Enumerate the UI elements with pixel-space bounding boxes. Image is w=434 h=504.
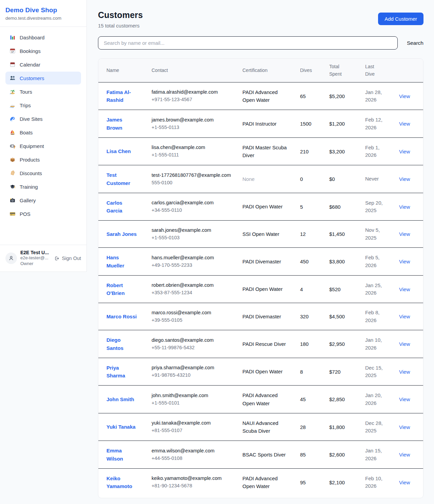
view-customer-link[interactable]: View <box>399 314 410 319</box>
view-customer-link[interactable]: View <box>399 396 410 402</box>
view-customer-link[interactable]: View <box>399 121 410 127</box>
wave-icon <box>9 116 16 122</box>
customer-last-dive: Jan 28, 2026 <box>361 82 395 110</box>
customer-phone: +1-555-0103 <box>152 234 234 242</box>
customer-certification: PADI Divemaster <box>242 313 281 320</box>
bar-chart-icon <box>9 34 16 40</box>
sidebar-item-trips[interactable]: Trips <box>5 99 81 112</box>
search-input[interactable] <box>98 36 398 50</box>
sidebar-item-label: Bookings <box>20 48 41 54</box>
view-customer-link[interactable]: View <box>399 424 410 430</box>
customer-certification: None <box>242 175 255 183</box>
customer-phone: +353-87-555-1234 <box>152 289 234 297</box>
view-customer-link[interactable]: View <box>399 176 410 182</box>
dive-mask-icon <box>9 143 16 149</box>
view-customer-link[interactable]: View <box>399 341 410 347</box>
user-section: E2E Test U... e2e-tester@... Owner Sign … <box>0 245 86 272</box>
speedboat-icon <box>9 102 16 108</box>
avatar <box>5 253 17 264</box>
customer-name-link[interactable]: Lisa Chen <box>106 147 131 155</box>
view-customer-link[interactable]: View <box>399 452 410 458</box>
sidebar-item-customers[interactable]: Customers <box>5 72 81 85</box>
customer-name-link[interactable]: Emma Wilson <box>106 447 137 463</box>
sidebar-item-label: Discounts <box>20 170 42 176</box>
table-row: Diego Santos diego.santos@example.com +5… <box>98 330 423 358</box>
customer-dives: 180 <box>296 330 325 358</box>
add-customer-button[interactable]: Add Customer <box>378 13 423 25</box>
customer-name-link[interactable]: Yuki Tanaka <box>106 423 136 431</box>
view-customer-link[interactable]: View <box>399 286 410 292</box>
customer-dives: 0 <box>296 165 325 193</box>
customers-table: NameContactCertificationDivesTotal Spent… <box>98 59 423 496</box>
sidebar-item-products[interactable]: Products <box>5 153 81 166</box>
sign-out-button[interactable]: Sign Out <box>54 256 81 261</box>
sidebar-header: Demo Dive Shop demo.test.divestreams.com <box>0 0 86 27</box>
people-icon <box>9 75 16 81</box>
sidebar-item-dashboard[interactable]: Dashboard <box>5 31 81 44</box>
view-customer-link[interactable]: View <box>399 204 410 210</box>
shop-name: Demo Dive Shop <box>5 6 81 14</box>
customer-certification: PADI Advanced Open Water <box>242 391 288 407</box>
view-customer-link[interactable]: View <box>399 93 410 99</box>
customer-certification: PADI Instructor <box>242 120 277 128</box>
sidebar-item-boats[interactable]: Boats <box>5 126 81 139</box>
customer-total-spent: $2,600 <box>325 441 361 469</box>
customer-dives: 8 <box>296 358 325 386</box>
customer-name-link[interactable]: Keiko Yamamoto <box>106 474 137 490</box>
sidebar-item-discounts[interactable]: Discounts <box>5 167 81 180</box>
customer-dives: 12 <box>296 221 325 248</box>
sidebar-item-label: Dashboard <box>20 35 44 40</box>
user-role: Owner <box>20 261 51 267</box>
sidebar-item-pos[interactable]: POS <box>5 207 81 220</box>
customer-total-spent: $1,450 <box>325 221 361 248</box>
credit-card-icon <box>9 211 16 217</box>
customer-phone: +1-555-0113 <box>152 124 234 131</box>
total-customers-count: 15 total customers <box>98 23 143 29</box>
customer-dives: 45 <box>296 386 325 413</box>
customer-total-spent: $0 <box>325 165 361 193</box>
customer-phone: +81-90-1234-5678 <box>152 482 234 490</box>
sidebar-item-calendar[interactable]: Calendar <box>5 58 81 71</box>
customer-name-link[interactable]: James Brown <box>106 116 137 132</box>
customer-certification: BSAC Sports Diver <box>242 451 286 459</box>
sidebar-item-bookings[interactable]: 17 Bookings <box>5 44 81 57</box>
customer-email: yuki.tanaka@example.com <box>152 419 234 427</box>
customer-name-link[interactable]: Priya Sharma <box>106 364 137 380</box>
customer-phone: +44-555-0108 <box>152 455 234 462</box>
page-title: Customers <box>98 10 143 20</box>
customer-phone: +91-98765-43210 <box>152 372 234 379</box>
customer-name-link[interactable]: Robert O'Brien <box>106 281 137 297</box>
customer-name-link[interactable]: John Smith <box>106 395 134 403</box>
view-customer-link[interactable]: View <box>399 231 410 237</box>
customer-total-spent: $1,800 <box>325 413 361 441</box>
customer-name-link[interactable]: Hans Mueller <box>106 254 137 269</box>
customer-name-link[interactable]: Test Customer <box>106 171 137 187</box>
customer-phone: +39-555-0105 <box>152 317 234 324</box>
camera-icon <box>9 197 16 203</box>
view-customer-link[interactable]: View <box>399 369 410 375</box>
sidebar-item-dive-sites[interactable]: Dive Sites <box>5 112 81 125</box>
customer-certification: PADI Open Water <box>242 368 282 375</box>
customer-name-link[interactable]: Marco Rossi <box>106 313 137 320</box>
sidebar-item-gallery[interactable]: Gallery <box>5 194 81 207</box>
search-button[interactable]: Search <box>407 40 423 46</box>
search-bar: Search <box>98 36 423 50</box>
view-customer-link[interactable]: View <box>399 480 410 485</box>
customer-last-dive: Dec 15, 2025 <box>361 358 395 386</box>
customer-last-dive: Nov 5, 2025 <box>361 221 395 248</box>
sidebar-item-equipment[interactable]: Equipment <box>5 139 81 152</box>
customer-last-dive: Feb 5, 2026 <box>361 248 395 276</box>
table-row: Marco Rossi marco.rossi@example.com +39-… <box>98 303 423 330</box>
sidebar-item-training[interactable]: Training <box>5 180 81 193</box>
customer-name-link[interactable]: Sarah Jones <box>106 230 137 238</box>
customer-total-spent: $2,850 <box>325 386 361 413</box>
customer-email: lisa.chen@example.com <box>152 144 234 151</box>
customer-name-link[interactable]: Fatima Al-Rashid <box>106 88 137 104</box>
customer-phone: +1-555-0101 <box>152 399 234 407</box>
view-customer-link[interactable]: View <box>399 149 410 154</box>
customer-name-link[interactable]: Carlos Garcia <box>106 199 137 215</box>
view-customer-link[interactable]: View <box>399 259 410 264</box>
column-header-dives: Dives <box>296 59 325 82</box>
sidebar-item-tours[interactable]: Tours <box>5 85 81 98</box>
customer-name-link[interactable]: Diego Santos <box>106 336 137 352</box>
